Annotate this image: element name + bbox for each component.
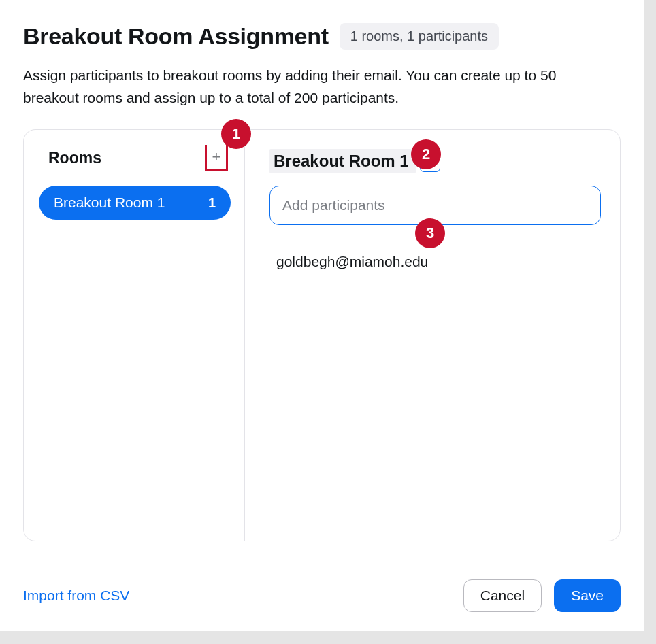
rooms-list-pane: Rooms + Breakout Room 1 1 1 (24, 130, 245, 541)
pencil-icon (425, 155, 436, 168)
header: Breakout Room Assignment 1 rooms, 1 part… (23, 23, 621, 50)
room-name: Breakout Room 1 (54, 194, 165, 211)
import-csv-link[interactable]: Import from CSV (23, 588, 129, 604)
cancel-button[interactable]: Cancel (463, 579, 542, 612)
add-participants-input[interactable] (269, 186, 601, 225)
page-title: Breakout Room Assignment (23, 23, 329, 50)
rooms-header: Rooms + (39, 145, 231, 171)
breakout-room-dialog: Breakout Room Assignment 1 rooms, 1 part… (0, 0, 644, 631)
room-detail-pane: Breakout Room 1 goldbegh@miamoh.edu 2 3 (245, 130, 620, 541)
rooms-panel: Rooms + Breakout Room 1 1 1 Breakout Roo… (23, 129, 621, 541)
room-list-item[interactable]: Breakout Room 1 1 (39, 186, 231, 220)
room-title-row: Breakout Room 1 (269, 149, 601, 173)
add-room-button[interactable]: + (205, 145, 228, 171)
participants-input-wrap (269, 186, 601, 225)
description-text: Assign participants to breakout rooms by… (23, 65, 608, 109)
summary-badge: 1 rooms, 1 participants (340, 23, 499, 50)
save-button[interactable]: Save (554, 579, 621, 612)
participant-email: goldbegh@miamoh.edu (276, 254, 601, 270)
selected-room-title: Breakout Room 1 (269, 149, 416, 173)
rename-room-button[interactable] (420, 150, 440, 172)
rooms-label: Rooms (48, 149, 101, 167)
footer-buttons: Cancel Save (463, 579, 621, 612)
dialog-footer: Import from CSV Cancel Save (23, 579, 621, 612)
add-room-wrap: + (205, 145, 228, 171)
room-participant-count: 1 (208, 195, 216, 211)
plus-icon: + (212, 150, 221, 165)
participant-list: goldbegh@miamoh.edu (269, 254, 601, 270)
